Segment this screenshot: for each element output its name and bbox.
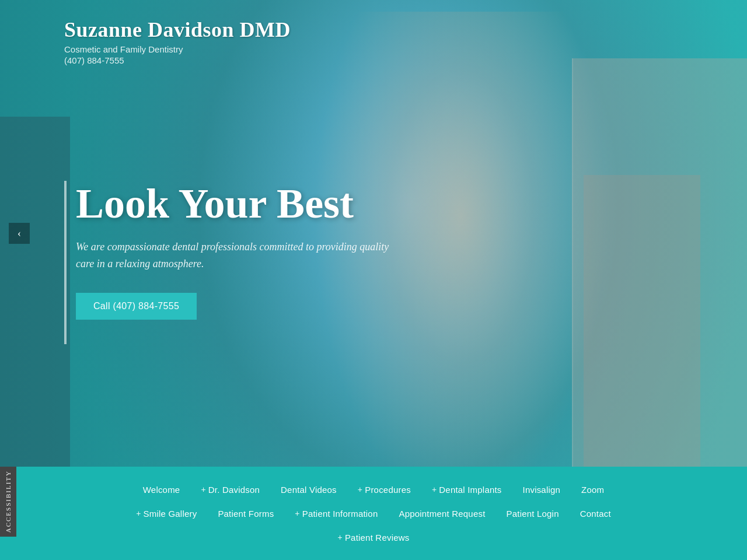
site-header: Suzanne Davidson DMD Cosmetic and Family… [64,18,291,65]
nav-item-patient-forms[interactable]: Patient Forms [207,502,284,526]
nav-item-patient-login[interactable]: Patient Login [496,502,570,526]
nav-item-welcome[interactable]: Welcome [132,478,191,502]
nav-item-dr-davidson[interactable]: + Dr. Davidson [190,478,270,502]
accessibility-label: ACCESSIBILITY [5,470,12,533]
nav-row-2: + Smile Gallery Patient Forms + Patient … [35,502,712,526]
hero-cta-button[interactable]: Call (407) 884-7555 [76,293,197,320]
nav-item-appointment-request[interactable]: Appointment Request [388,502,495,526]
main-navigation: Welcome + Dr. Davidson Dental Videos + P… [0,467,747,560]
nav-item-dental-videos[interactable]: Dental Videos [270,478,347,502]
practice-phone[interactable]: (407) 884-7555 [64,55,291,65]
nav-item-procedures[interactable]: + Procedures [347,478,421,502]
hero-title: Look Your Best [76,181,397,227]
hero-content: Look Your Best We are compassionate dent… [64,181,397,320]
nav-item-patient-information[interactable]: + Patient Information [284,502,388,526]
nav-row-1: Welcome + Dr. Davidson Dental Videos + P… [35,478,712,502]
nav-item-contact[interactable]: Contact [570,502,622,526]
nav-item-dental-implants[interactable]: + Dental Implants [421,478,512,502]
nav-item-patient-reviews[interactable]: + Patient Reviews [327,526,420,550]
carousel-prev-button[interactable]: ‹ [9,223,30,244]
nav-item-zoom[interactable]: Zoom [571,478,615,502]
practice-name: Suzanne Davidson DMD [64,18,291,42]
accessibility-tab[interactable]: ACCESSIBILITY [0,467,16,537]
practice-tagline: Cosmetic and Family Dentistry [64,44,291,54]
building-decoration-left [0,117,70,467]
hero-accent-bar [64,181,67,344]
nav-item-smile-gallery[interactable]: + Smile Gallery [125,502,207,526]
nav-item-invisalign[interactable]: Invisalign [512,478,571,502]
hero-section: Suzanne Davidson DMD Cosmetic and Family… [0,0,747,467]
hero-description: We are compassionate dental professional… [76,239,397,272]
nav-row-3: + Patient Reviews [35,526,712,550]
